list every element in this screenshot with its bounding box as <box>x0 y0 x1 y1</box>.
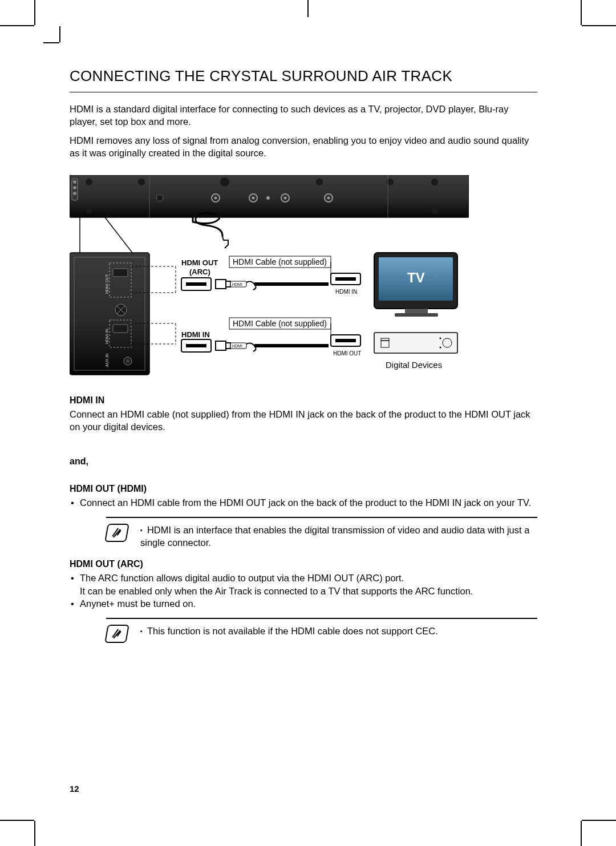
tv-label: TV <box>407 270 425 285</box>
hdmi-out-heading: HDMI OUT (HDMI) <box>70 484 537 494</box>
svg-rect-59 <box>216 341 226 350</box>
intro-paragraph-2: HDMI removes any loss of signal from ana… <box>70 134 537 160</box>
svg-rect-66 <box>374 333 457 353</box>
svg-point-11 <box>86 207 92 214</box>
arc-bullet-1b: It can be enabled only when the Air Trac… <box>80 586 473 596</box>
svg-point-17 <box>214 197 217 200</box>
svg-point-71 <box>440 347 441 349</box>
backpanel-aux-in-label: AUX IN <box>105 354 109 367</box>
dev-port-label: HDMI OUT <box>333 350 361 357</box>
svg-point-20 <box>266 196 270 200</box>
cable-label-bottom: HDMI Cable (not supplied) <box>233 319 327 328</box>
backpanel-hdmi-out-label: HDMI OUT <box>105 274 109 294</box>
port-in-label: HDMI IN <box>181 330 210 339</box>
digital-devices-label: Digital Devices <box>386 360 442 370</box>
arc-bullet-1: The ARC function allows digital audio to… <box>70 572 537 597</box>
svg-rect-65 <box>335 339 356 342</box>
and-label: and, <box>70 456 537 467</box>
svg-rect-52 <box>335 277 356 281</box>
svg-rect-55 <box>405 309 428 313</box>
svg-rect-0 <box>70 175 469 217</box>
svg-point-15 <box>156 195 163 201</box>
svg-rect-30 <box>113 269 128 277</box>
svg-point-7 <box>220 177 229 187</box>
note-icon <box>104 625 129 643</box>
page-title: CONNECTING THE CRYSTAL SURROUND AIR TRAC… <box>70 67 537 92</box>
intro-paragraph-1: HDMI is a standard digital interface for… <box>70 103 537 128</box>
note-icon <box>104 524 129 542</box>
svg-point-10 <box>431 179 438 185</box>
hdmi-chip-label-top: HDMI <box>232 282 242 286</box>
svg-point-24 <box>327 197 330 200</box>
note-box-1: HDMI is an interface that enables the di… <box>106 517 537 549</box>
tv-port-label: HDMI IN <box>335 289 357 295</box>
page-number: 12 <box>70 784 79 794</box>
svg-point-37 <box>126 359 129 363</box>
port-out-sub: (ARC) <box>189 268 210 276</box>
svg-point-12 <box>431 207 438 214</box>
note-box-2: This function is not available if the HD… <box>106 618 537 643</box>
svg-point-19 <box>252 197 255 200</box>
svg-point-4 <box>73 192 76 195</box>
svg-rect-56 <box>395 313 438 317</box>
hdmi-out-arc-heading: HDMI OUT (ARC) <box>70 559 537 569</box>
connection-diagram: HDMI OUT HDMI IN AUX IN <box>70 175 469 381</box>
svg-line-26 <box>105 217 132 253</box>
svg-rect-58 <box>186 344 206 347</box>
hdmi-in-body: Connect an HDMI cable (not supplied) fro… <box>70 408 537 434</box>
svg-point-6 <box>138 179 145 185</box>
svg-point-2 <box>73 180 76 184</box>
svg-rect-45 <box>186 282 206 286</box>
arc-bullet-2: Anynet+ must be turned on. <box>70 597 537 610</box>
note-1-text: HDMI is an interface that enables the di… <box>140 525 529 548</box>
svg-point-8 <box>316 179 323 185</box>
svg-point-3 <box>73 186 76 189</box>
svg-point-70 <box>440 338 441 339</box>
cable-label-top: HDMI Cable (not supplied) <box>233 257 327 266</box>
hdmi-out-bullet: Connect an HDMI cable from the HDMI OUT … <box>70 496 537 509</box>
backpanel-hdmi-in-label: HDMI IN <box>105 329 109 344</box>
svg-rect-46 <box>216 280 226 289</box>
note-2-text: This function is not available if the HD… <box>140 626 438 636</box>
arc-bullet-1a: The ARC function allows digital audio to… <box>80 573 404 583</box>
svg-point-22 <box>284 197 287 200</box>
hdmi-in-heading: HDMI IN <box>70 395 537 406</box>
port-out-label: HDMI OUT <box>181 258 218 267</box>
svg-rect-35 <box>113 325 128 333</box>
hdmi-chip-label-bottom: HDMI <box>232 344 242 348</box>
svg-point-5 <box>86 179 92 185</box>
